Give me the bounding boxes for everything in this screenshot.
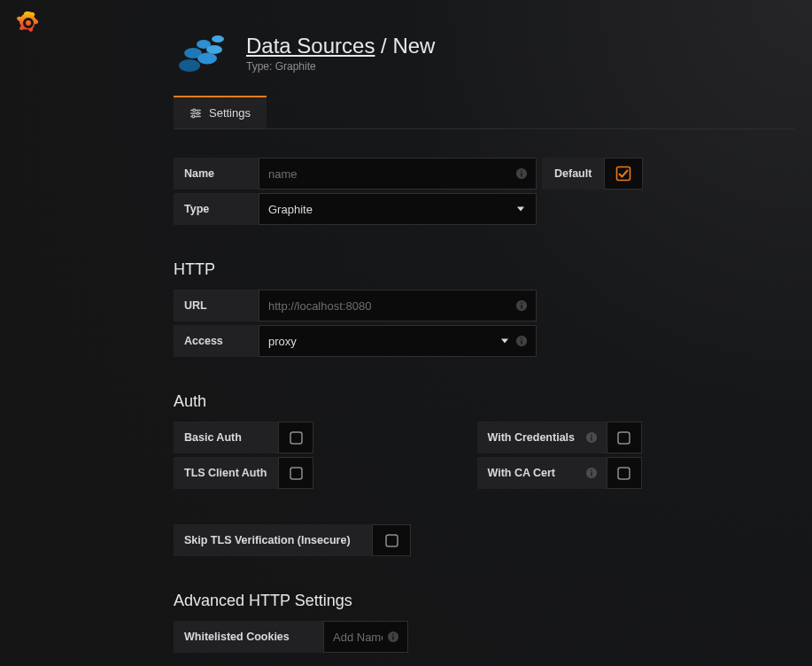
section-basic: Name Default Type <box>174 158 794 225</box>
info-icon[interactable] <box>585 431 598 444</box>
tab-settings[interactable]: Settings <box>174 96 267 128</box>
checkbox-empty-icon <box>385 534 398 547</box>
info-icon[interactable] <box>515 299 528 312</box>
svg-rect-32 <box>386 535 398 546</box>
svg-rect-31 <box>618 468 630 479</box>
section-advanced: Advanced HTTP Settings Whitelisted Cooki… <box>174 592 794 653</box>
type-label: Type <box>174 193 259 225</box>
tab-label: Settings <box>209 106 251 120</box>
svg-rect-29 <box>591 472 592 476</box>
info-icon[interactable] <box>515 167 528 180</box>
svg-point-35 <box>392 633 394 635</box>
svg-point-25 <box>591 434 592 436</box>
svg-point-14 <box>521 170 522 172</box>
skip-tls-label: Skip TLS Verification (Insecure) <box>174 524 372 556</box>
checkbox-empty-icon <box>617 431 630 445</box>
caret-down-icon <box>517 207 524 212</box>
svg-point-11 <box>192 115 195 118</box>
with-credentials-checkbox[interactable] <box>607 422 642 453</box>
url-input[interactable] <box>259 290 537 321</box>
info-icon[interactable] <box>387 631 399 643</box>
svg-point-0 <box>212 35 224 43</box>
svg-point-2 <box>206 45 222 54</box>
graphite-icon <box>174 27 230 80</box>
access-select[interactable]: proxy <box>259 325 537 357</box>
info-icon[interactable] <box>585 467 598 479</box>
svg-point-7 <box>193 109 196 112</box>
access-value: proxy <box>268 335 297 348</box>
svg-rect-17 <box>521 305 522 308</box>
svg-point-30 <box>591 469 592 471</box>
svg-rect-26 <box>618 432 630 444</box>
sliders-icon <box>189 107 202 120</box>
breadcrumb-sep: / <box>375 34 392 58</box>
access-label: Access <box>174 325 259 357</box>
skip-tls-checkbox[interactable] <box>372 524 411 556</box>
basic-auth-checkbox[interactable] <box>278 422 313 453</box>
breadcrumb-link[interactable]: Data Sources <box>246 34 375 58</box>
section-auth: Auth Basic Auth With Credentials <box>174 392 794 556</box>
page-header: Data Sources / New Type: Graphite <box>174 27 794 80</box>
svg-point-4 <box>197 53 217 65</box>
tls-client-auth-label: TLS Client Auth <box>174 457 278 489</box>
type-value: Graphite <box>268 203 313 216</box>
page-subtitle: Type: Graphite <box>246 60 435 73</box>
url-label: URL <box>174 290 259 321</box>
name-label: Name <box>174 158 259 190</box>
http-heading: HTTP <box>174 260 794 279</box>
default-label: Default <box>542 158 604 190</box>
tls-client-auth-checkbox[interactable] <box>278 457 313 489</box>
page-title: Data Sources / New <box>246 34 435 58</box>
checkbox-empty-icon <box>290 467 303 480</box>
section-http: HTTP URL Access proxy <box>174 260 794 357</box>
checkbox-empty-icon <box>617 467 630 480</box>
caret-down-icon <box>501 339 508 344</box>
tabs: Settings <box>174 96 794 129</box>
svg-rect-20 <box>521 340 522 344</box>
svg-point-21 <box>521 337 522 339</box>
svg-point-5 <box>179 59 200 72</box>
check-icon <box>615 166 631 182</box>
svg-rect-27 <box>290 468 302 479</box>
svg-rect-22 <box>290 432 302 444</box>
auth-heading: Auth <box>174 392 794 411</box>
basic-auth-label: Basic Auth <box>174 422 278 453</box>
checkbox-empty-icon <box>290 431 303 445</box>
svg-point-18 <box>521 302 522 304</box>
whitelisted-cookies-label: Whitelisted Cookies <box>174 621 323 653</box>
svg-rect-24 <box>591 437 592 440</box>
grafana-icon <box>14 9 43 37</box>
svg-rect-13 <box>521 173 522 176</box>
info-icon[interactable] <box>515 335 528 347</box>
svg-point-9 <box>197 112 199 114</box>
grafana-logo[interactable] <box>14 9 43 37</box>
type-select[interactable]: Graphite <box>259 193 537 225</box>
with-credentials-label: With Credentials <box>477 422 607 453</box>
name-input[interactable] <box>259 158 537 190</box>
breadcrumb-current: New <box>392 34 435 58</box>
svg-rect-34 <box>392 636 393 639</box>
with-ca-cert-checkbox[interactable] <box>607 457 642 489</box>
with-ca-cert-label: With CA Cert <box>477 457 607 489</box>
advanced-heading: Advanced HTTP Settings <box>174 592 794 610</box>
default-toggle[interactable] <box>604 158 643 190</box>
